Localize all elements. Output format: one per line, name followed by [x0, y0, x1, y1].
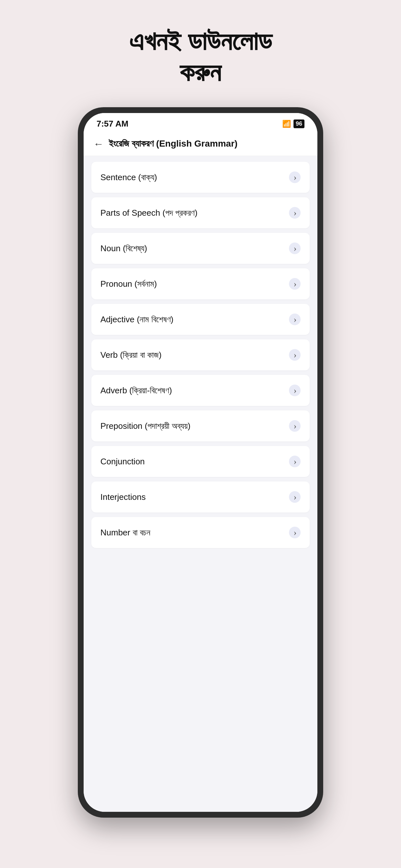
chevron-right-icon	[289, 349, 301, 361]
menu-item-label-number: Number বা বচন	[100, 528, 150, 538]
chevron-right-icon	[289, 207, 301, 219]
menu-item-conjunction[interactable]: Conjunction	[91, 446, 310, 477]
chevron-right-icon	[289, 491, 301, 503]
chevron-right-icon	[289, 278, 301, 290]
menu-item-label-adverb: Adverb (ক্রিয়া-বিশেষণ)	[100, 385, 172, 396]
phone-frame: 7:57 AM 📶 96 ← ইংরেজি ব্যাকরণ (English G…	[78, 107, 323, 817]
chevron-right-icon	[289, 314, 301, 325]
chevron-right-icon	[289, 172, 301, 183]
app-header: ← ইংরেজি ব্যাকরণ (English Grammar)	[84, 132, 317, 156]
status-icons: 📶 96	[282, 120, 305, 128]
menu-item-number[interactable]: Number বা বচন	[91, 517, 310, 548]
menu-item-label-parts-of-speech: Parts of Speech (পদ প্রকরণ)	[100, 208, 197, 218]
app-header-title: ইংরেজি ব্যাকরণ (English Grammar)	[109, 138, 238, 149]
chevron-right-icon	[289, 384, 301, 396]
status-bar: 7:57 AM 📶 96	[84, 113, 317, 132]
menu-list: Sentence (বাক্য)Parts of Speech (পদ প্রক…	[84, 156, 317, 812]
menu-item-pronoun[interactable]: Pronoun (সর্বনাম)	[91, 268, 310, 299]
menu-item-adjective[interactable]: Adjective (নাম বিশেষণ)	[91, 304, 310, 335]
chevron-right-icon	[289, 243, 301, 254]
menu-item-label-verb: Verb (ক্রিয়া বা কাজ)	[100, 350, 161, 360]
status-time: 7:57 AM	[96, 119, 128, 129]
menu-item-preposition[interactable]: Preposition (পদাশ্রয়ী অব্যয়)	[91, 410, 310, 441]
menu-item-label-noun: Noun (বিশেষ্য)	[100, 244, 147, 253]
menu-item-label-sentence: Sentence (বাক্য)	[100, 173, 157, 182]
menu-item-parts-of-speech[interactable]: Parts of Speech (পদ প্রকরণ)	[91, 197, 310, 228]
menu-item-adverb[interactable]: Adverb (ক্রিয়া-বিশেষণ)	[91, 375, 310, 406]
menu-item-sentence[interactable]: Sentence (বাক্য)	[91, 162, 310, 193]
back-button[interactable]: ←	[93, 138, 104, 150]
menu-item-verb[interactable]: Verb (ক্রিয়া বা কাজ)	[91, 339, 310, 370]
chevron-right-icon	[289, 527, 301, 538]
menu-item-label-preposition: Preposition (পদাশ্রয়ী অব্যয়)	[100, 421, 190, 431]
menu-item-interjections[interactable]: Interjections	[91, 482, 310, 513]
battery-icon: 96	[294, 120, 305, 128]
signal-icon: 📶	[282, 120, 291, 128]
chevron-right-icon	[289, 420, 301, 432]
page-title: এখনই ডাউনলোড করুন	[129, 26, 272, 88]
chevron-right-icon	[289, 456, 301, 467]
phone-screen: 7:57 AM 📶 96 ← ইংরেজি ব্যাকরণ (English G…	[84, 113, 317, 812]
menu-item-label-interjections: Interjections	[100, 492, 146, 502]
menu-item-label-adjective: Adjective (নাম বিশেষণ)	[100, 314, 174, 324]
menu-item-label-conjunction: Conjunction	[100, 457, 145, 467]
menu-item-label-pronoun: Pronoun (সর্বনাম)	[100, 279, 157, 289]
menu-item-noun[interactable]: Noun (বিশেষ্য)	[91, 233, 310, 264]
